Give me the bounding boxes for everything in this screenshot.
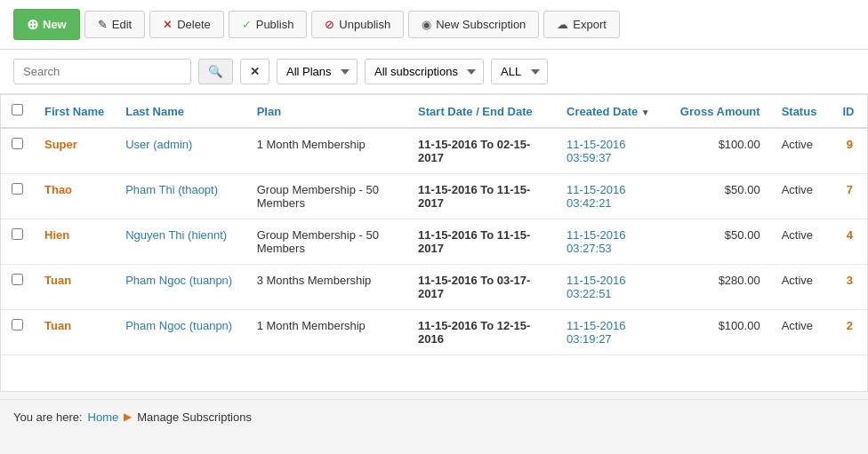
date-range-label: 11-15-2016 To 12-15-2016 (418, 319, 530, 346)
row-checkbox-cell (1, 174, 34, 219)
row-firstname-cell: Tuan (34, 265, 115, 310)
sort-arrow-icon: ▼ (641, 108, 650, 117)
select-all-checkbox[interactable] (12, 104, 23, 115)
plan-label: Group Membership - 50 Members (257, 183, 379, 210)
lastname-link[interactable]: User (125, 138, 149, 151)
plans-filter[interactable]: All Plans (277, 59, 358, 84)
status-badge: Active (782, 274, 813, 287)
col-header-created[interactable]: Created Date ▼ (556, 95, 670, 128)
username-label: (admin) (153, 138, 192, 151)
row-checkbox[interactable] (12, 183, 23, 195)
row-id-cell: 7 (832, 174, 868, 219)
row-checkbox[interactable] (12, 274, 23, 285)
table-row: Super User (admin) 1 Month Membership 11… (1, 128, 867, 174)
col-header-firstname[interactable]: First Name (34, 95, 115, 128)
new-label: New (43, 18, 67, 31)
id-label: 3 (847, 274, 853, 287)
clear-button[interactable]: ✕ (240, 59, 269, 84)
created-date-label: 11-15-2016 (567, 228, 659, 242)
row-checkbox[interactable] (12, 319, 23, 331)
publish-label: Publish (256, 18, 294, 31)
lastname-link[interactable]: Nguyen Thi (125, 228, 184, 242)
row-checkbox-cell (1, 128, 34, 174)
row-checkbox[interactable] (12, 138, 23, 149)
ban-icon: ⊘ (325, 18, 334, 31)
col-header-gross[interactable]: Gross Amount (670, 95, 771, 128)
row-plan-cell: 1 Month Membership (246, 128, 407, 174)
lastname-link[interactable]: Pham Ngoc (125, 319, 186, 332)
cloud-icon: ☁ (557, 18, 568, 31)
row-plan-cell: 1 Month Membership (246, 310, 407, 355)
col-header-dates[interactable]: Start Date / End Date (407, 95, 556, 128)
firstname-link[interactable]: Thao (44, 183, 72, 196)
breadcrumb-arrow-icon: ▶ (124, 410, 132, 423)
row-checkbox[interactable] (12, 228, 23, 240)
row-checkbox-cell (1, 265, 34, 310)
username-label: (tuanpn) (189, 274, 232, 287)
new-button[interactable]: ⊕ New (13, 9, 80, 40)
table-row: Tuan Pham Ngoc (tuanpn) 1 Month Membersh… (1, 310, 867, 355)
search-button[interactable]: 🔍 (198, 59, 233, 84)
export-label: Export (573, 18, 607, 31)
row-dates-cell: 11-15-2016 To 11-15-2017 (407, 174, 556, 219)
edit-button[interactable]: ✎ Edit (84, 11, 145, 38)
you-are-here-label: You are here: (13, 410, 83, 424)
toolbar: ⊕ New ✎ Edit ✕ Delete ✓ Publish ⊘ Unpubl… (0, 0, 868, 50)
new-subscription-button[interactable]: ◉ New Subscription (408, 11, 539, 38)
lastname-link[interactable]: Pham Thi (125, 183, 174, 196)
row-status-cell: Active (771, 128, 832, 174)
firstname-link[interactable]: Tuan (44, 319, 71, 332)
row-lastname-cell: User (admin) (115, 128, 246, 174)
empty-row (1, 355, 867, 391)
delete-icon: ✕ (163, 18, 173, 31)
col-header-id[interactable]: ID (832, 95, 868, 128)
row-dates-cell: 11-15-2016 To 02-15-2017 (407, 128, 556, 174)
username-label: (thaopt) (178, 183, 218, 196)
date-range-label: 11-15-2016 To 03-17-2017 (418, 274, 530, 300)
row-checkbox-cell (1, 219, 34, 265)
created-time-label: 03:22:51 (567, 287, 659, 300)
date-range-label: 11-15-2016 To 02-15-2017 (418, 138, 530, 164)
created-date-label: 11-15-2016 (567, 183, 659, 196)
plan-label: 1 Month Membership (257, 138, 366, 151)
row-created-cell: 11-15-2016 03:22:51 (556, 265, 670, 310)
row-gross-cell: $100.00 (670, 128, 771, 174)
username-label: (tuanpn) (189, 319, 232, 332)
status-badge: Active (782, 228, 813, 242)
publish-button[interactable]: ✓ Publish (229, 11, 308, 38)
empty-cell (1, 355, 867, 391)
firstname-link[interactable]: Super (44, 138, 77, 151)
firstname-link[interactable]: Hien (44, 228, 69, 242)
edit-icon: ✎ (98, 18, 108, 31)
row-lastname-cell: Pham Thi (thaopt) (115, 174, 246, 219)
row-firstname-cell: Hien (34, 219, 115, 265)
username-label: (hiennt) (188, 228, 227, 242)
id-label: 4 (847, 228, 853, 242)
subscriptions-filter[interactable]: All subscriptions (365, 59, 484, 84)
row-firstname-cell: Super (34, 128, 115, 174)
all-filter[interactable]: ALL (491, 59, 548, 84)
unpublish-button[interactable]: ⊘ Unpublish (311, 11, 404, 38)
col-header-status[interactable]: Status (771, 95, 832, 128)
gross-amount-label: $280.00 (719, 274, 760, 287)
lastname-link[interactable]: Pham Ngoc (125, 274, 186, 287)
breadcrumb-home-link[interactable]: Home (88, 410, 119, 424)
col-header-plan[interactable]: Plan (246, 95, 407, 128)
col-header-lastname[interactable]: Last Name (115, 95, 246, 128)
row-dates-cell: 11-15-2016 To 03-17-2017 (407, 265, 556, 310)
row-created-cell: 11-15-2016 03:59:37 (556, 128, 670, 174)
breadcrumb-current: Manage Subscriptions (137, 410, 252, 424)
search-input[interactable] (13, 59, 191, 84)
select-all-header[interactable] (1, 95, 34, 128)
row-gross-cell: $280.00 (670, 265, 771, 310)
clear-icon: ✕ (250, 65, 260, 78)
row-status-cell: Active (771, 265, 832, 310)
delete-button[interactable]: ✕ Delete (149, 11, 224, 38)
row-plan-cell: Group Membership - 50 Members (246, 174, 407, 219)
check-icon: ✓ (242, 18, 252, 31)
firstname-link[interactable]: Tuan (44, 274, 71, 287)
row-dates-cell: 11-15-2016 To 12-15-2016 (407, 310, 556, 355)
row-created-cell: 11-15-2016 03:27:53 (556, 219, 670, 265)
export-button[interactable]: ☁ Export (543, 11, 620, 38)
row-id-cell: 9 (832, 128, 868, 174)
